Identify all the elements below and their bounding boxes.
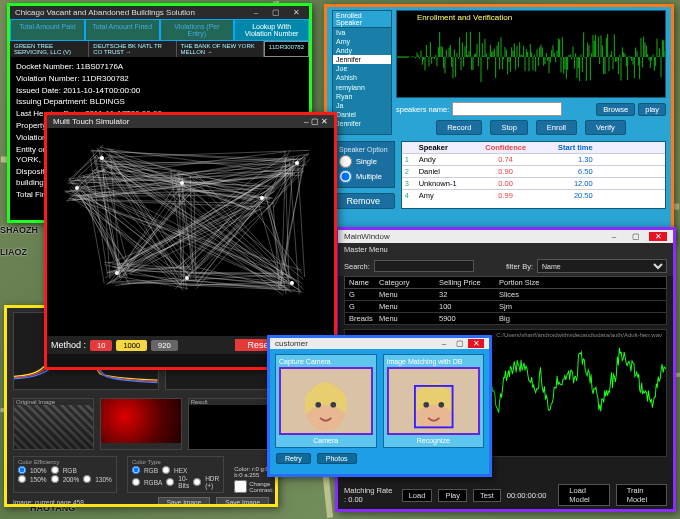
filter-3[interactable]: 11DR300782 — [264, 41, 309, 57]
main-title: MainWindow — [344, 232, 390, 241]
speaker-name-label: speakers name: — [396, 105, 449, 114]
tab-lookup[interactable]: Lookup With Violation Number — [234, 19, 309, 41]
svg-line-146 — [107, 154, 196, 276]
load-button[interactable]: Load — [402, 489, 433, 502]
svg-line-131 — [176, 197, 265, 269]
play-button[interactable]: Play — [438, 489, 467, 502]
speaker-name-input[interactable] — [452, 102, 562, 116]
filter-select[interactable]: Name — [537, 259, 667, 273]
radio-ct-rgb[interactable] — [132, 466, 140, 474]
multitouch-window: Multi Touch Simulator – ▢ ✕ Method : 10 … — [44, 112, 337, 370]
test-button[interactable]: Test — [473, 489, 501, 502]
contrast-check[interactable] — [234, 480, 247, 493]
browse-button[interactable]: Browse — [596, 103, 635, 116]
radio-ct-10bit[interactable] — [166, 478, 174, 486]
enroll-button[interactable]: Enroll — [536, 120, 577, 135]
svg-line-175 — [98, 157, 298, 282]
svg-line-145 — [115, 164, 192, 278]
speaker-option-box: Speaker Option Single Multiple — [332, 141, 395, 188]
face-title: customer — [275, 339, 308, 348]
minimize-icon[interactable]: – — [605, 232, 623, 241]
tab-fined[interactable]: Total Amount Fined — [85, 19, 160, 41]
svg-point-196 — [75, 186, 79, 190]
svg-point-202 — [100, 156, 104, 160]
minimize-icon[interactable]: – — [436, 339, 452, 348]
svg-line-188 — [298, 160, 305, 277]
close-icon[interactable]: ✕ — [468, 339, 484, 348]
filter-2[interactable]: THE BANK OF NEW YORK MELLON → — [177, 41, 264, 57]
chip-2: 920 — [151, 340, 178, 351]
touch-canvas[interactable] — [47, 128, 334, 336]
load-model-button[interactable]: Load Model — [558, 484, 609, 506]
verify-button[interactable]: Verify — [585, 120, 626, 135]
maximize-icon[interactable]: ▢ — [452, 339, 468, 348]
thumb-result: Result — [188, 398, 269, 450]
svg-point-201 — [290, 281, 294, 285]
svg-point-210 — [423, 402, 429, 408]
save-image-button-2[interactable]: Save Image — [216, 497, 269, 507]
record-button[interactable]: Record — [436, 120, 482, 135]
face-match — [387, 367, 481, 435]
minimize-icon[interactable]: – — [304, 117, 308, 126]
maximize-icon[interactable]: ▢ — [627, 232, 645, 241]
radio-ct-rgba[interactable] — [132, 478, 140, 486]
radio-130[interactable] — [83, 475, 91, 483]
close-icon[interactable]: ✕ — [321, 117, 328, 126]
filter-1[interactable]: DEUTSCHE BK NATL TR CO TRUST → — [89, 41, 176, 57]
filter-0[interactable]: GREEN TREE SERVICING, LLC (V) — [10, 41, 89, 57]
svg-line-135 — [188, 282, 286, 286]
remove-button[interactable]: Remove — [332, 193, 395, 209]
chicago-title: Chicago Vacant and Abandoned Buildings S… — [15, 8, 195, 17]
waveform-view: Enrollment and Verification — [396, 10, 666, 98]
svg-line-81 — [91, 159, 108, 275]
minimize-icon[interactable]: – — [248, 8, 264, 17]
filename-label: Image: current.page 458 — [13, 499, 84, 506]
radio-single[interactable] — [339, 155, 352, 168]
match-column: Image Matching with DB Recognize — [383, 354, 485, 448]
train-model-button[interactable]: Train Model — [616, 484, 667, 506]
menu-table: NameCategorySelling PricePortion Size GM… — [338, 276, 673, 325]
svg-point-199 — [185, 276, 189, 280]
stop-button[interactable]: Stop — [490, 120, 527, 135]
maximize-icon[interactable]: ▢ — [268, 8, 284, 17]
tab-violations[interactable]: Violations (Per Entry) — [160, 19, 235, 41]
radio-150[interactable] — [18, 475, 26, 483]
close-icon[interactable]: ✕ — [649, 232, 667, 241]
radio-rgb[interactable] — [51, 466, 59, 474]
svg-line-92 — [183, 191, 192, 270]
chicago-filters: GREEN TREE SERVICING, LLC (V) DEUTSCHE B… — [10, 41, 309, 57]
match-rate: Matching Rate : 0.00 — [344, 486, 396, 504]
svg-point-211 — [438, 402, 444, 408]
radio-ct-hex[interactable] — [162, 466, 170, 474]
face-window: customer – ▢ ✕ Capture Camera Camera Ima… — [267, 335, 492, 477]
tab-paid[interactable]: Total Amount Paid — [10, 19, 85, 41]
svg-point-207 — [330, 402, 336, 408]
svg-point-203 — [295, 161, 299, 165]
radio-ct-hdr[interactable] — [193, 478, 201, 486]
filter-label: filter By: — [506, 262, 533, 271]
save-image-button[interactable]: Save Image — [158, 497, 211, 507]
play-button[interactable]: play — [638, 103, 666, 116]
search-input[interactable] — [374, 260, 474, 272]
speaker-list[interactable]: Enrolled Speaker Iva Amy Andy Jennifer J… — [332, 10, 392, 135]
radio-100[interactable] — [18, 466, 26, 474]
svg-line-190 — [105, 150, 309, 157]
svg-line-191 — [91, 151, 294, 160]
maximize-icon[interactable]: ▢ — [311, 117, 319, 126]
svg-line-51 — [110, 190, 194, 278]
svg-line-157 — [251, 205, 302, 273]
chip-1: 1000 — [116, 340, 147, 351]
radio-multiple[interactable] — [339, 170, 352, 183]
search-label: Search: — [344, 262, 370, 271]
timer: 00:00:00:00 — [507, 491, 547, 500]
photos-button[interactable]: Photos — [317, 453, 357, 464]
close-icon[interactable]: ✕ — [288, 8, 304, 17]
svg-point-197 — [115, 271, 119, 275]
face-capture — [279, 367, 373, 435]
color-type-group: Color Type RGB HEX RGBA 10-Bits HDR (+) — [127, 456, 224, 493]
retry-button[interactable]: Retry — [276, 453, 311, 464]
svg-point-200 — [260, 196, 264, 200]
radio-200[interactable] — [51, 475, 59, 483]
svg-point-206 — [315, 402, 321, 408]
results-table: SpeakerConfidenceStart time 1Andy0.741.3… — [401, 141, 666, 209]
